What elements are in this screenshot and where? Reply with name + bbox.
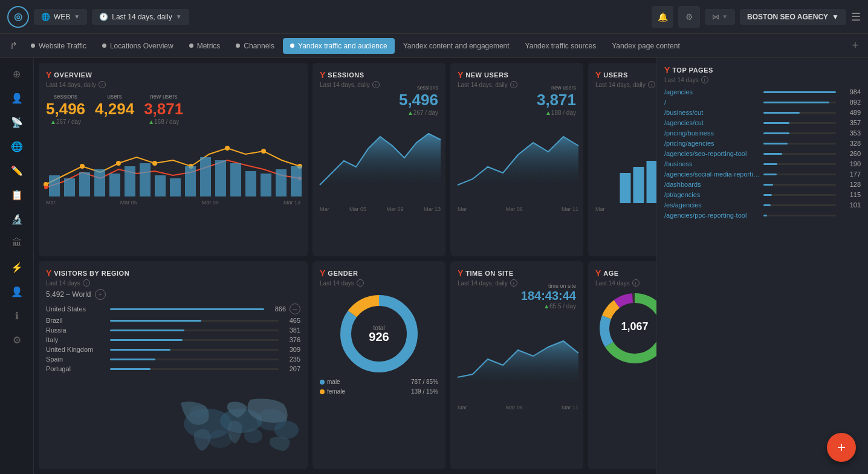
page-item: /pt/agencies 115 bbox=[664, 191, 861, 198]
overview-subtitle: Last 14 days, daily i bbox=[46, 81, 300, 88]
svg-marker-27 bbox=[320, 134, 441, 185]
sidebar-icon-users[interactable]: 👤 bbox=[6, 87, 28, 109]
share-button[interactable]: ⋈ ▼ bbox=[705, 9, 735, 25]
world-map bbox=[175, 391, 308, 469]
female-val-pct: 139 / 15% bbox=[411, 388, 438, 395]
gender-subtitle: Last 14 days i bbox=[320, 279, 438, 287]
clock-icon: 🕐 bbox=[99, 13, 108, 21]
region-list: United States 866 – Brazil 465 Russia 38… bbox=[46, 304, 300, 372]
time-title: TIME ON SITE bbox=[465, 270, 513, 277]
sidebar-icon-home[interactable]: ⊕ bbox=[6, 63, 28, 85]
overview-title: OVERVIEW bbox=[54, 71, 92, 79]
collapse-button[interactable]: – bbox=[290, 304, 300, 314]
sidebar-icon-clipboard[interactable]: 📋 bbox=[6, 184, 28, 206]
sessions-day-val: ▲267 / day bbox=[399, 109, 438, 116]
sessions-area-chart bbox=[320, 125, 441, 203]
tab-yandex-content[interactable]: Yandex content and engagement bbox=[396, 38, 517, 54]
time-day-val: ▲65.5 / day bbox=[521, 303, 576, 310]
sidebar-icon-signal[interactable]: 📡 bbox=[6, 111, 28, 133]
overview-info[interactable]: i bbox=[99, 81, 106, 88]
nav-back-icon[interactable]: ↱ bbox=[5, 37, 22, 54]
age-info[interactable]: i bbox=[632, 279, 640, 287]
time-big-val: 184:43:44 bbox=[521, 289, 576, 303]
tab-metrics[interactable]: Metrics bbox=[182, 38, 228, 54]
tab-yandex-traffic[interactable]: Yandex traffic and audience bbox=[283, 38, 395, 54]
sessions-big-val: 5,496 bbox=[399, 91, 438, 109]
visitors-region-card: Y VISITORS BY REGION Last 14 days i 5,49… bbox=[39, 261, 308, 469]
gender-info[interactable]: i bbox=[357, 279, 364, 287]
expand-button[interactable]: + bbox=[95, 289, 106, 300]
users-metric: users 4,294 bbox=[95, 93, 134, 125]
tab-add-button[interactable]: + bbox=[847, 37, 863, 54]
tab-yandex-sources[interactable]: Yandex traffic sources bbox=[518, 38, 604, 54]
svg-rect-10 bbox=[49, 175, 60, 196]
visitors-region-subtitle: Last 14 days i bbox=[46, 279, 300, 287]
tab-yandex-page[interactable]: Yandex page content bbox=[604, 38, 687, 54]
svg-point-3 bbox=[152, 161, 157, 166]
svg-rect-31 bbox=[647, 161, 658, 203]
bell-button[interactable]: 🔔 bbox=[652, 6, 673, 28]
gender-donut-chart: total 926 bbox=[337, 291, 421, 376]
web-dropdown[interactable]: 🌐 WEB ▼ bbox=[34, 9, 87, 25]
sessions-value: 5,496 bbox=[46, 100, 85, 118]
new-users-day-val: ▲188 / day bbox=[537, 109, 576, 116]
new-users-big-val: 3,871 bbox=[537, 91, 576, 109]
sessions-card: Y SESSIONS Last 14 days, daily i session… bbox=[313, 63, 445, 256]
svg-rect-26 bbox=[291, 166, 302, 196]
new-users-chart-labels: Mar Mar 06 Mar 11 bbox=[458, 206, 578, 212]
date-range-label: Last 14 days, daily bbox=[112, 13, 172, 21]
tab-locations-overview[interactable]: Locations Overview bbox=[95, 38, 181, 54]
sidebar-icon-info[interactable]: ℹ bbox=[6, 305, 28, 326]
sidebar-icon-building[interactable]: 🏛 bbox=[6, 232, 28, 254]
date-range-dropdown[interactable]: 🕐 Last 14 days, daily ▼ bbox=[92, 9, 189, 25]
sessions-chart-labels: Mar Mar 05 Mar 09 Mar 13 bbox=[320, 206, 441, 212]
share-icon: ⋈ bbox=[712, 13, 719, 21]
share-arrow: ▼ bbox=[722, 13, 728, 20]
users-info[interactable]: i bbox=[648, 81, 655, 88]
sessions-info[interactable]: i bbox=[372, 81, 380, 88]
svg-point-2 bbox=[116, 161, 121, 166]
tab-channels[interactable]: Channels bbox=[228, 38, 282, 54]
fab-button[interactable]: + bbox=[827, 433, 856, 462]
new-users-info[interactable]: i bbox=[510, 81, 517, 88]
tab-website-traffic[interactable]: Website Traffic bbox=[24, 38, 94, 54]
time-info[interactable]: i bbox=[510, 279, 517, 287]
page-item: /agencies/seo-reporting-tool 260 bbox=[664, 150, 861, 157]
page-item: /es/agencies 101 bbox=[664, 201, 861, 209]
new-users-metric: new users 3,871 ▲168 / day bbox=[144, 93, 183, 125]
svg-rect-17 bbox=[155, 175, 166, 196]
yandex-icon: Y bbox=[458, 70, 463, 80]
region-item-russia: Russia 381 bbox=[46, 326, 300, 334]
yandex-icon: Y bbox=[320, 268, 325, 278]
tab-dot bbox=[102, 44, 106, 48]
svg-rect-19 bbox=[185, 166, 196, 196]
yandex-icon: Y bbox=[595, 268, 601, 278]
top-pages-info[interactable]: i bbox=[701, 76, 708, 83]
sidebar-icon-edit[interactable]: ✏️ bbox=[6, 160, 28, 181]
nav-tabs: ↱ Website Traffic Locations Overview Met… bbox=[0, 34, 868, 58]
sidebar-icon-settings[interactable]: ⚙ bbox=[6, 329, 28, 351]
sidebar-icon-analytics[interactable]: 🔬 bbox=[6, 208, 28, 230]
visitors-region-title: VISITORS BY REGION bbox=[54, 270, 129, 277]
time-on-site-card: Y TIME ON SITE Last 14 days, daily i tim… bbox=[450, 261, 583, 469]
settings-button[interactable]: ⚙ bbox=[678, 6, 700, 28]
region-item-uk: United Kingdom 309 bbox=[46, 346, 300, 353]
agency-dropdown[interactable]: BOSTON SEO AGENCY ▼ bbox=[740, 9, 846, 25]
sidebar-icon-profile[interactable]: 👤 bbox=[6, 281, 28, 302]
top-pages-panel: Y TOP PAGES Last 14 days i /agencies 984… bbox=[656, 58, 868, 474]
yandex-icon: Y bbox=[595, 70, 601, 80]
sidebar-icon-bolt[interactable]: ⚡ bbox=[6, 256, 28, 278]
new-users-card: Y NEW USERS Last 14 days, daily i new us… bbox=[450, 63, 583, 256]
svg-rect-14 bbox=[109, 174, 120, 196]
sidebar-icon-globe[interactable]: 🌐 bbox=[6, 135, 28, 157]
overview-metrics: sessions 5,496 ▲267 / day users 4,294 ne… bbox=[46, 93, 300, 125]
yandex-icon: Y bbox=[664, 65, 670, 75]
svg-rect-11 bbox=[64, 178, 75, 196]
svg-rect-23 bbox=[245, 171, 256, 196]
time-big-area: time on site 184:43:44 ▲65.5 / day bbox=[521, 283, 576, 310]
new-users-big-label: new users bbox=[537, 85, 576, 91]
male-val-pct: 787 / 85% bbox=[411, 378, 438, 385]
tab-label: Yandex page content bbox=[612, 42, 680, 50]
hamburger-menu[interactable]: ☰ bbox=[851, 10, 861, 24]
visitors-region-info[interactable]: i bbox=[83, 279, 90, 287]
